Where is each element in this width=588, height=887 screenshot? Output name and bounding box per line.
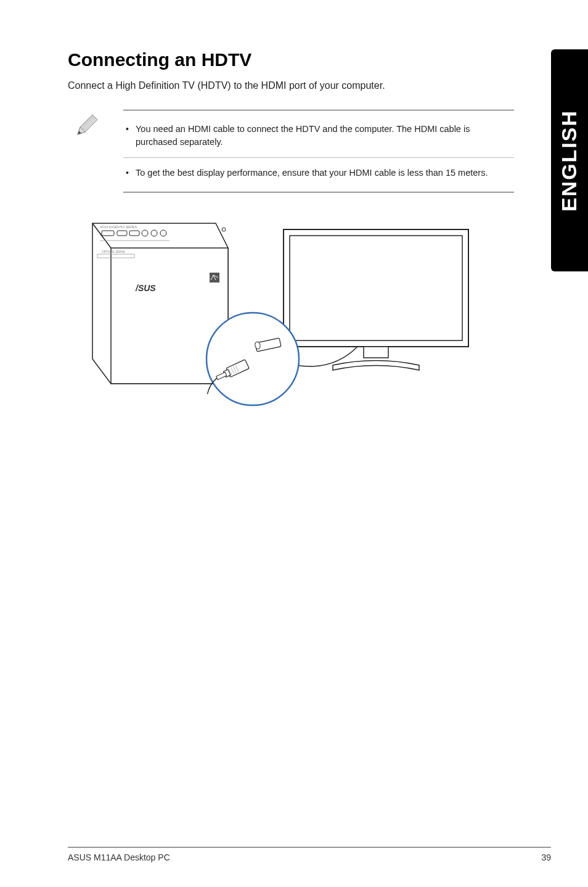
svg-rect-19 [364,347,388,358]
svg-text:/SUS: /SUS [135,283,156,293]
svg-point-15 [222,228,226,231]
svg-text:ASUS ESSENTIO SERIES: ASUS ESSENTIO SERIES [100,225,137,229]
footer-page-number: 39 [541,852,551,862]
pencil-icon [74,113,99,141]
note-item: To get the best display performance, ens… [123,157,514,183]
language-tab: ENGLISH [551,49,588,271]
note-list: You need an HDMI cable to connect the HD… [123,110,514,192]
language-tab-text: ENGLISH [558,109,582,211]
footer-left: ASUS M11AA Desktop PC [68,852,170,862]
note-item: You need an HDMI cable to connect the HD… [123,119,514,152]
section-heading: Connecting an HDTV [68,49,551,70]
note-box: You need an HDMI cable to connect the HD… [74,110,514,192]
svg-point-20 [206,313,299,405]
svg-text:OPTICAL DRIVE: OPTICAL DRIVE [102,250,126,254]
page-footer: ASUS M11AA Desktop PC 39 [68,847,551,862]
intro-paragraph: Connect a High Definition TV (HDTV) to t… [68,80,551,91]
hdtv-illustration [284,229,468,370]
svg-rect-18 [290,236,462,340]
page: ENGLISH Connecting an HDTV Connect a Hig… [0,0,588,887]
connection-diagram: OPTICAL DRIVE /SUS ASUS ESSENTIO SERIES [74,211,551,411]
